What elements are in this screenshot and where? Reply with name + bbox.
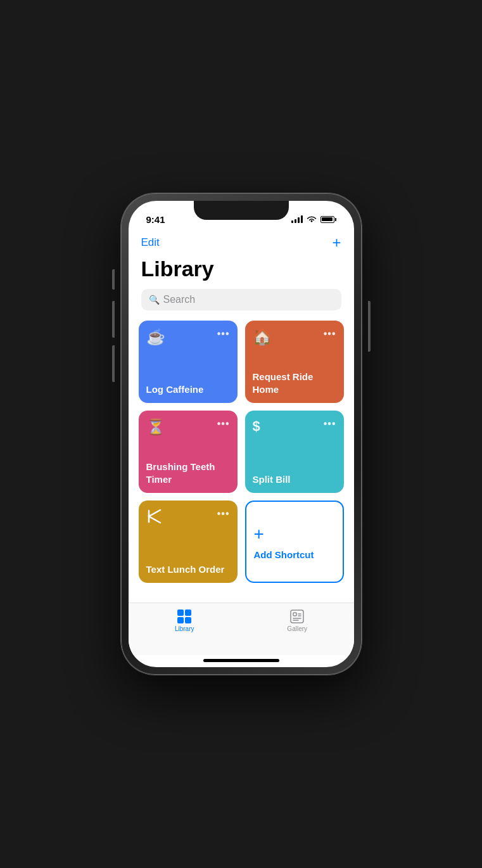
search-bar[interactable]: 🔍 Search [141,289,341,310]
shortcut-menu-log-caffeine[interactable]: ••• [217,328,230,340]
shortcut-menu-text-lunch-order[interactable]: ••• [217,508,230,520]
page-title: Library [129,254,354,289]
shortcut-label-text-lunch-order: Text Lunch Order [146,563,230,576]
shortcut-menu-request-ride-home[interactable]: ••• [324,328,336,340]
notch [194,201,289,220]
tab-bar: Library Gallery [129,603,354,655]
svg-line-0 [149,510,160,516]
volume-up-button[interactable] [112,301,115,338]
status-time: 9:41 [146,214,165,225]
tab-gallery[interactable]: Gallery [287,610,307,632]
svg-line-1 [149,516,160,523]
signal-icon [291,215,303,223]
status-icons [291,215,336,223]
tab-library-label: Library [175,625,194,632]
battery-icon [320,216,336,223]
add-shortcut-plus-icon: + [254,524,264,544]
shortcut-icon-request-ride-home: 🏠 [253,328,272,346]
add-button[interactable]: + [332,234,341,252]
search-icon: 🔍 [149,295,160,305]
screen-content: Edit + Library 🔍 Search ☕ ••• [129,229,354,667]
gallery-icon [290,610,304,623]
home-indicator [203,659,279,662]
tab-gallery-label: Gallery [287,625,307,632]
tab-library[interactable]: Library [175,610,194,632]
svg-rect-4 [293,613,296,616]
search-placeholder: Search [163,294,196,305]
library-icon [177,610,191,623]
shortcut-card-split-bill[interactable]: $ ••• Split Bill [245,411,344,493]
search-container: 🔍 Search [129,289,354,321]
shortcut-label-log-caffeine: Log Caffeine [146,383,230,396]
shortcut-menu-split-bill[interactable]: ••• [324,418,336,430]
shortcut-icon-brushing-teeth-timer: ⏳ [146,418,165,436]
phone-screen: 9:41 [129,201,354,667]
nav-header: Edit + [129,229,354,254]
power-button[interactable] [368,301,371,352]
shortcut-card-request-ride-home[interactable]: 🏠 ••• Request Ride Home [245,321,344,403]
mute-button[interactable] [112,269,115,290]
add-shortcut-label: Add Shortcut [254,549,314,560]
add-shortcut-card[interactable]: + Add Shortcut [245,501,344,583]
content-spacer [129,583,354,603]
shortcut-label-brushing-teeth-timer: Brushing Teeth Timer [146,461,230,485]
shortcut-icon-split-bill: $ [253,418,260,435]
shortcuts-grid: ☕ ••• Log Caffeine 🏠 ••• Request Ride Ho… [129,321,354,583]
volume-down-button[interactable] [112,345,115,382]
shortcut-label-request-ride-home: Request Ride Home [253,371,336,395]
shortcut-icon-text-lunch-order [146,508,163,525]
wifi-icon [307,215,317,223]
edit-button[interactable]: Edit [141,236,160,249]
shortcut-label-split-bill: Split Bill [253,473,336,486]
shortcut-icon-log-caffeine: ☕ [146,328,165,346]
svg-rect-3 [291,610,303,623]
phone-frame: 9:41 [121,193,362,675]
shortcut-card-brushing-teeth-timer[interactable]: ⏳ ••• Brushing Teeth Timer [139,411,238,493]
shortcut-card-text-lunch-order[interactable]: ••• Text Lunch Order [139,501,238,583]
shortcut-menu-brushing-teeth-timer[interactable]: ••• [217,418,230,430]
shortcut-card-log-caffeine[interactable]: ☕ ••• Log Caffeine [139,321,238,403]
